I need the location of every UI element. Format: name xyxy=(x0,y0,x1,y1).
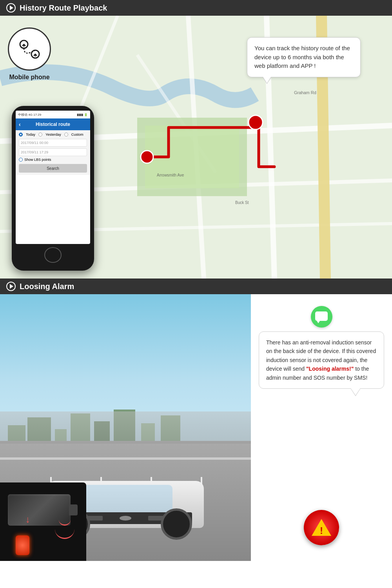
bubble-text: You can track the history route of the d… xyxy=(254,45,350,69)
warning-circle: ! xyxy=(304,510,339,545)
mobile-icon-circle xyxy=(8,27,51,71)
svg-text:!: ! xyxy=(320,525,323,536)
phone-screen: 中移动 4G 17:29 ▮▮▮▮ 🔋 ‹ Historical route T… xyxy=(16,111,90,244)
lbs-checkbox-row: Show LBS points xyxy=(19,158,87,162)
play-icon xyxy=(6,3,16,13)
svg-point-16 xyxy=(249,115,263,129)
search-button[interactable]: Search xyxy=(19,164,87,173)
device-detail-area: ↓ xyxy=(0,482,86,561)
chat-icon xyxy=(311,306,332,328)
loosing-content: ↓ T xyxy=(0,294,392,561)
radio-yesterday[interactable] xyxy=(38,133,42,137)
section1-title: History Route Playback xyxy=(20,4,107,13)
lbs-checkbox[interactable] xyxy=(19,158,23,162)
bubble-highlight: "Loosing alarms!" xyxy=(306,366,354,372)
section2-title: Loosing Alarm xyxy=(20,282,74,291)
svg-rect-19 xyxy=(315,311,328,321)
svg-point-15 xyxy=(141,151,153,163)
phone-home-button[interactable] xyxy=(44,247,62,263)
history-section: Henwick Rd Arrowsmith Ave Buck St Graham… xyxy=(0,16,392,279)
phone-mockup: 中移动 4G 17:29 ▮▮▮▮ 🔋 ‹ Historical route T… xyxy=(12,106,94,271)
phone-nav-back[interactable]: ‹ xyxy=(19,121,21,127)
loosing-speech-bubble: There has an anti-removal induction sens… xyxy=(259,331,384,389)
phone-nav-title: Historical route xyxy=(36,122,70,127)
loosing-right-panel: There has an anti-removal induction sens… xyxy=(251,294,392,561)
radio-today[interactable] xyxy=(19,133,23,137)
play-icon-2 xyxy=(6,282,16,291)
phone-content: Today Yesterday Custom 2017/09/11 00:00 … xyxy=(16,130,90,175)
radio-custom[interactable] xyxy=(64,133,68,137)
warning-icon-area: ! xyxy=(304,510,339,553)
phone-nav-bar[interactable]: ‹ Historical route xyxy=(16,118,90,130)
mobile-label: Mobile phone xyxy=(9,74,49,81)
history-speech-bubble: You can track the history route of the d… xyxy=(247,37,361,77)
phone-radio-row: Today Yesterday Custom xyxy=(19,133,87,137)
car-scene: ↓ xyxy=(0,294,251,561)
mobile-icon-area: Mobile phone xyxy=(8,27,51,81)
section1-header: History Route Playback xyxy=(0,0,392,16)
loosing-section: ↓ T xyxy=(0,294,392,561)
phone-status-bar: 中移动 4G 17:29 ▮▮▮▮ 🔋 xyxy=(16,111,90,118)
svg-marker-20 xyxy=(317,321,320,323)
date-input-2[interactable]: 2017/09/11 17:29 xyxy=(19,148,87,156)
date-input-1[interactable]: 2017/09/11 00:00 xyxy=(19,139,87,147)
section2-header: Loosing Alarm xyxy=(0,279,392,294)
